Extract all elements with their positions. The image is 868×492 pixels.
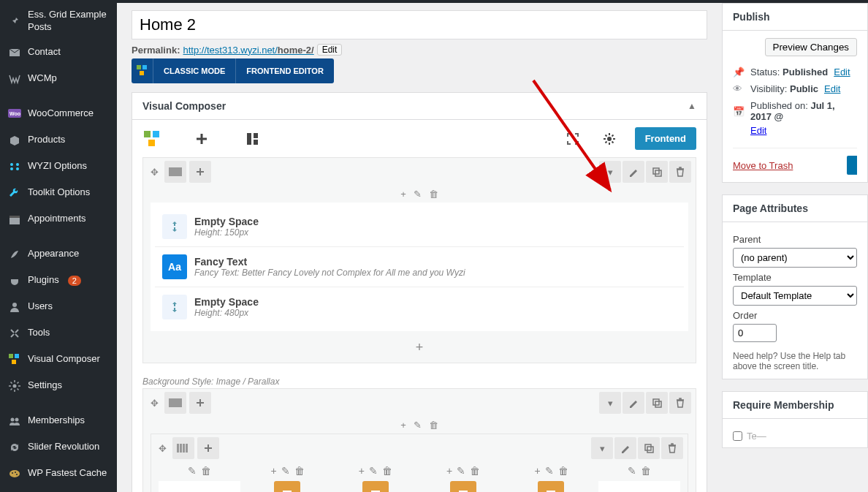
sidebar-item-wpide[interactable]: WPide	[0, 487, 117, 492]
col-element-block[interactable]	[362, 481, 389, 492]
row-delete-button[interactable]	[669, 161, 691, 183]
sidebar-item-visual-composer[interactable]: Visual Composer	[0, 347, 117, 373]
settings-button[interactable]	[598, 128, 620, 150]
col-delete-icon[interactable]: 🗑	[294, 465, 305, 477]
sidebar-item-memberships[interactable]: Memberships	[0, 408, 117, 434]
col-element-block[interactable]	[538, 481, 564, 492]
row-layout-button[interactable]	[172, 437, 194, 459]
col-prepend-icon[interactable]: +	[446, 465, 452, 477]
mail-icon	[7, 45, 22, 60]
edit-visibility-link[interactable]: Edit	[824, 83, 840, 94]
inner-edit-icon[interactable]: ✎	[414, 189, 422, 200]
sidebar-item-settings[interactable]: Settings	[0, 373, 117, 399]
permalink-link[interactable]: http://test313.wyzi.net/home-2/	[183, 45, 313, 56]
page-attributes-box: Page Attributes Parent (no parent) Templ…	[722, 194, 868, 379]
wcmp-icon	[7, 72, 22, 86]
col-edit-icon[interactable]: ✎	[281, 465, 290, 477]
page-title-input[interactable]	[132, 10, 707, 39]
col-edit-icon[interactable]: ✎	[369, 465, 378, 477]
vc-element[interactable]: Empty SpaceHeight: 150px	[155, 207, 684, 247]
sidebar-item-appearance[interactable]: Appearance	[0, 241, 117, 268]
add-element-center[interactable]: +	[143, 336, 696, 360]
inner-delete-icon[interactable]: 🗑	[429, 189, 438, 200]
sidebar-item-woocommerce[interactable]: WooWooCommerce	[0, 101, 117, 127]
col-delete-icon[interactable]: 🗑	[382, 465, 392, 477]
col-prepend-icon[interactable]: +	[359, 465, 365, 477]
parent-select[interactable]: (no parent)	[733, 248, 857, 268]
col-edit-icon[interactable]: ✎	[188, 465, 197, 477]
row-edit-button[interactable]	[623, 392, 644, 414]
row-add-button[interactable]	[189, 161, 211, 183]
col-edit-icon[interactable]: ✎	[628, 465, 636, 477]
row-layout-button[interactable]	[164, 392, 186, 414]
classic-mode-button[interactable]: CLASSIC MODE	[153, 58, 236, 83]
update-button[interactable]	[847, 156, 857, 175]
edit-status-link[interactable]: Edit	[834, 67, 850, 77]
fullscreen-button[interactable]	[562, 128, 584, 150]
row-delete-button[interactable]	[669, 392, 691, 414]
col-delete-icon[interactable]: 🗑	[201, 465, 211, 477]
membership-checkbox[interactable]	[733, 431, 742, 441]
row-add-button[interactable]	[197, 437, 219, 459]
row-clone-button[interactable]	[638, 437, 660, 459]
row-clone-button[interactable]	[646, 392, 668, 414]
vc-element[interactable]: Empty SpaceHeight: 480px	[155, 287, 684, 327]
panel-toggle-icon[interactable]: ▲	[688, 101, 696, 111]
template-select[interactable]: Default Template	[733, 286, 857, 306]
add-element-button[interactable]	[191, 128, 213, 150]
col-add-button[interactable]: +	[159, 481, 240, 492]
row-columns-button[interactable]: ▾	[599, 392, 621, 414]
element-desc: Fancy Text: Better Fancy Lovely not Comp…	[194, 268, 465, 278]
col-delete-icon[interactable]: 🗑	[558, 465, 568, 477]
col-edit-icon[interactable]: ✎	[545, 465, 554, 477]
row-delete-button[interactable]	[661, 437, 683, 459]
sidebar-item-toolkit-options[interactable]: Toolkit Options	[0, 180, 117, 206]
sidebar-item-wp-fastest-cache[interactable]: WP Fastest Cache	[0, 461, 117, 487]
frontend-editor-button[interactable]: FRONTEND EDITOR	[236, 58, 334, 83]
sidebar-item-plugins[interactable]: Plugins2	[0, 268, 117, 294]
sidebar-item-slider-revolution[interactable]: Slider Revolution	[0, 434, 117, 461]
drag-handle-icon[interactable]: ✥	[156, 440, 170, 457]
row-layout-button[interactable]	[164, 161, 186, 183]
order-input[interactable]	[733, 324, 777, 342]
edit-date-link[interactable]: Edit	[750, 125, 766, 136]
sidebar-item-contact[interactable]: Contact	[0, 39, 117, 66]
sidebar-item-ess-grid-example-posts[interactable]: Ess. Grid Example Posts	[0, 3, 117, 39]
row-columns-button[interactable]: ▾	[591, 437, 613, 459]
frontend-button[interactable]: Frontend	[635, 127, 696, 150]
drag-handle-icon[interactable]: ✥	[148, 164, 161, 181]
col-element-block[interactable]	[274, 481, 300, 492]
sidebar-item-wcmp[interactable]: WCMp	[0, 66, 117, 92]
row-add-button[interactable]	[189, 392, 211, 414]
vc-element[interactable]: Aa Fancy TextFancy Text: Better Fancy Lo…	[155, 247, 684, 287]
inner-add-icon[interactable]: +	[400, 420, 406, 431]
col-delete-icon[interactable]: 🗑	[470, 465, 480, 477]
sidebar-item-users[interactable]: Users	[0, 294, 117, 320]
sidebar-item-wyzi-options[interactable]: WYZI Options	[0, 154, 117, 180]
row-edit-button[interactable]	[614, 437, 636, 459]
row-edit-button[interactable]	[623, 161, 644, 183]
move-to-trash-link[interactable]: Move to Trash	[733, 160, 793, 171]
col-delete-icon[interactable]: 🗑	[641, 465, 651, 477]
row-clone-button[interactable]	[646, 161, 668, 183]
vc-column: +✎🗑	[335, 462, 416, 492]
inner-delete-icon[interactable]: 🗑	[429, 420, 438, 431]
col-prepend-icon[interactable]: +	[534, 465, 540, 477]
preview-button[interactable]: Preview Changes	[765, 38, 857, 56]
element-title: Empty Space	[194, 216, 259, 227]
inner-add-icon[interactable]: +	[400, 189, 406, 200]
row-columns-button[interactable]: ▾	[599, 161, 621, 183]
col-prepend-icon[interactable]: +	[270, 465, 276, 477]
col-add-button[interactable]: +	[598, 481, 680, 492]
drag-handle-icon[interactable]: ✥	[148, 395, 161, 412]
sidebar-item-tools[interactable]: Tools	[0, 320, 117, 347]
inner-edit-icon[interactable]: ✎	[414, 420, 422, 431]
sidebar-item-products[interactable]: Products	[0, 127, 117, 154]
templates-button[interactable]	[242, 128, 264, 150]
permalink-edit-button[interactable]: Edit	[317, 44, 343, 56]
sidebar-item-appointments[interactable]: Appointments	[0, 206, 117, 232]
pin-icon	[7, 14, 22, 29]
col-element-block[interactable]	[450, 481, 476, 492]
col-edit-icon[interactable]: ✎	[457, 465, 465, 477]
element-desc: Height: 480px	[194, 308, 259, 318]
